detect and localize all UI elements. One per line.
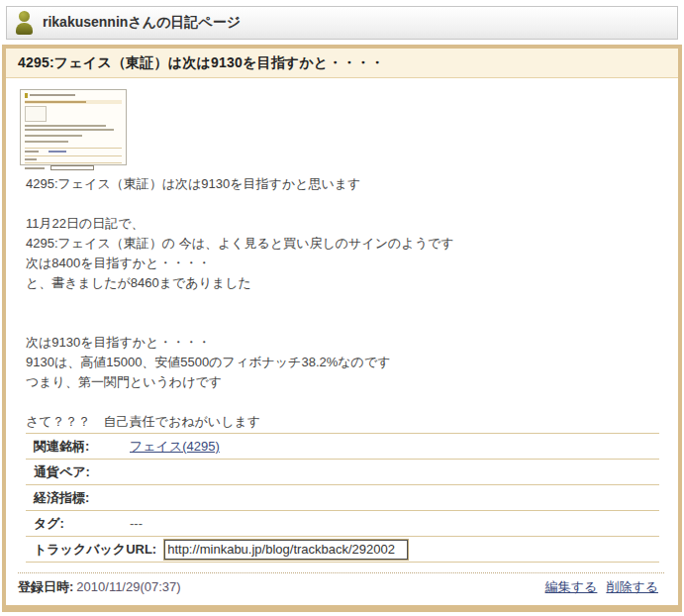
thumbnail-mini-label — [25, 167, 45, 169]
page-title: rikakusenninさんの日記ページ — [43, 14, 241, 32]
trackback-url-label: トラックバックURL: — [26, 541, 164, 559]
thumbnail-mini-label — [25, 151, 39, 153]
thumbnail-mini-text-line — [25, 135, 82, 137]
meta-row-related-stocks: 関連銘柄: フェイス(4295) — [26, 433, 659, 459]
thumbnail-mini-title-line — [30, 94, 75, 96]
entry-text-line — [26, 194, 666, 214]
entry-text-line: さて？？？ 自己責任でおねがいします — [26, 412, 666, 432]
related-stock-link[interactable]: フェイス(4295) — [130, 438, 220, 456]
entry-text-line: 11月22日の日記で、 — [26, 214, 666, 234]
registered-date-label: 登録日時: — [18, 578, 73, 596]
meta-row-trackback: トラックバックURL: — [26, 536, 659, 562]
thumbnail-mini-separator — [25, 148, 122, 149]
delete-entry-link[interactable]: 削除する — [606, 578, 658, 596]
page-header: rikakusenninさんの日記ページ — [6, 6, 678, 40]
person-icon — [15, 11, 35, 35]
thumbnail-mini-table-row — [25, 151, 122, 154]
thumbnail-mini-input — [50, 165, 94, 170]
tags-label: タグ: — [26, 515, 130, 533]
diary-entry-box: 4295:フェイス（東証）は次は9130を目指すかと・・・・ — [2, 45, 682, 612]
thumbnail-mini-title-text — [25, 101, 86, 103]
person-icon-head — [19, 11, 30, 22]
thumbnail-mini-titlebar — [25, 100, 122, 104]
entry-text-line: 4295:フェイス（東証）の 今は、よく見ると買い戻しのサインのようです — [26, 234, 666, 254]
entry-text-line: 次は9130を目指すかと・・・・ — [26, 333, 666, 353]
meta-row-economic-indicator: 経済指標: — [26, 484, 659, 510]
entry-text-line — [26, 392, 666, 412]
thumbnail-mini-header — [25, 93, 122, 98]
trackback-url-input[interactable] — [164, 540, 408, 560]
thumbnail-mini-link — [49, 151, 66, 153]
registered-date-value: 2010/11/29(07:37) — [76, 579, 180, 594]
thumbnail-mini-separator — [25, 155, 122, 156]
thumbnail-mini-image — [25, 106, 47, 122]
thumbnail-mini-label — [25, 158, 37, 160]
person-icon-body — [16, 23, 33, 35]
meta-row-tags: タグ: --- — [26, 510, 659, 536]
thumbnail-mini-text-line — [25, 129, 114, 131]
thumbnail-mini-avatar-icon — [25, 93, 28, 98]
entry-title-bar: 4295:フェイス（東証）は次は9130を目指すかと・・・・ — [6, 49, 678, 78]
related-stocks-label: 関連銘柄: — [26, 438, 130, 456]
meta-row-currency-pair: 通貨ペア: — [26, 459, 659, 484]
thumbnail-mini-trackback-row — [25, 165, 122, 171]
entry-text-line: つまり、第一関門というわけです — [26, 372, 666, 392]
thumbnail-mini-text-line — [25, 125, 106, 127]
entry-title: 4295:フェイス（東証）は次は9130を目指すかと・・・・ — [18, 54, 384, 72]
economic-indicator-label: 経済指標: — [26, 489, 130, 507]
edit-entry-link[interactable]: 編集する — [545, 578, 598, 596]
thumbnail-mini-separator — [25, 162, 122, 163]
entry-footer: 登録日時: 2010/11/29(07:37) 編集する 削除する — [18, 572, 664, 600]
entry-thumbnail-image[interactable] — [20, 89, 127, 165]
entry-text-line — [26, 293, 666, 313]
entry-text-line — [26, 313, 666, 333]
entry-text: 4295:フェイス（東証）は次は9130を目指すかと思います 11月22日の日記… — [26, 174, 666, 432]
entry-body: 4295:フェイス（東証）は次は9130を目指すかと思います 11月22日の日記… — [6, 78, 678, 600]
thumbnail-mini-text-line — [25, 141, 68, 143]
entry-meta-table: 関連銘柄: フェイス(4295) 通貨ペア: 経済指標: タグ: --- トラッ… — [26, 433, 659, 563]
tags-value: --- — [130, 516, 143, 531]
entry-actions: 編集する 削除する — [545, 578, 664, 596]
entry-text-line: 次は8400を目指すかと・・・・ — [26, 254, 666, 273]
entry-text-line: と、書きましたが8460までありました — [26, 273, 666, 293]
entry-text-line: 4295:フェイス（東証）は次は9130を目指すかと思います — [26, 174, 666, 194]
entry-text-line: 9130は、高値15000、安値5500のフィボナッチ38.2%なのです — [26, 353, 666, 372]
currency-pair-label: 通貨ペア: — [26, 463, 130, 481]
